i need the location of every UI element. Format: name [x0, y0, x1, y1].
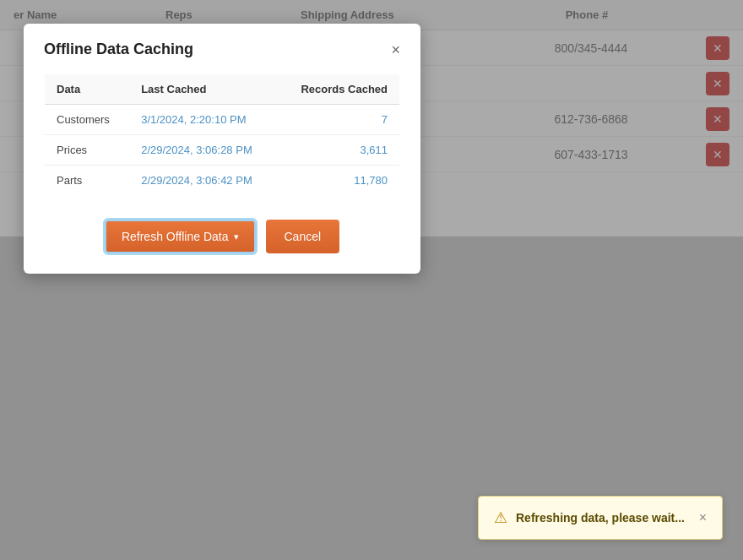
- data-name-cell: Parts: [45, 166, 130, 196]
- last-cached-cell: 2/29/2024, 3:06:28 PM: [129, 135, 278, 166]
- toast-close-button[interactable]: ×: [699, 510, 707, 525]
- data-name-cell: Prices: [45, 135, 130, 166]
- col-records-header: Records Cached: [278, 74, 400, 105]
- toast-notification: ⚠ Refreshing data, please wait... ×: [478, 496, 723, 540]
- modal-close-button[interactable]: ×: [391, 42, 400, 57]
- refresh-button-label: Refresh Offline Data: [122, 230, 229, 243]
- refresh-offline-data-button[interactable]: Refresh Offline Data ▾: [105, 220, 256, 253]
- toast-message: Refreshing data, please wait...: [516, 511, 691, 525]
- modal-footer: Refresh Offline Data ▾ Cancel: [44, 220, 400, 253]
- records-cell: 3,611: [278, 135, 400, 166]
- data-name-cell: Customers: [45, 105, 130, 135]
- table-header-row: Data Last Cached Records Cached: [45, 74, 400, 105]
- warning-icon: ⚠: [494, 508, 507, 527]
- modal-header: Offline Data Caching ×: [44, 41, 400, 58]
- modal-title: Offline Data Caching: [44, 41, 193, 58]
- records-cell: 7: [278, 105, 400, 135]
- col-last-cached-header: Last Cached: [129, 74, 278, 105]
- col-data-header: Data: [45, 74, 130, 105]
- last-cached-cell: 3/1/2024, 2:20:10 PM: [129, 105, 278, 135]
- table-row: Prices 2/29/2024, 3:06:28 PM 3,611: [45, 135, 400, 166]
- records-cell: 11,780: [278, 166, 400, 196]
- chevron-down-icon: ▾: [234, 231, 239, 242]
- offline-data-caching-modal: Offline Data Caching × Data Last Cached …: [24, 24, 420, 274]
- table-row: Customers 3/1/2024, 2:20:10 PM 7: [45, 105, 400, 135]
- table-row: Parts 2/29/2024, 3:06:42 PM 11,780: [45, 166, 400, 196]
- cache-data-table: Data Last Cached Records Cached Customer…: [44, 73, 400, 196]
- cancel-button[interactable]: Cancel: [266, 220, 340, 253]
- last-cached-cell: 2/29/2024, 3:06:42 PM: [129, 166, 278, 196]
